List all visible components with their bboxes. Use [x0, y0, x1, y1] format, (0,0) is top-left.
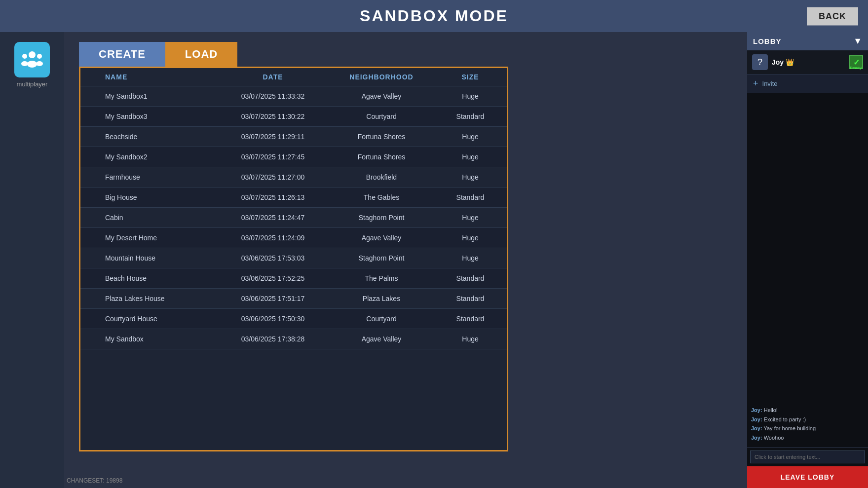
sidebar: multiplayer — [0, 32, 64, 488]
table-row[interactable]: Farmhouse 03/07/2025 11:27:00 Brookfield… — [80, 167, 507, 188]
cell-name: Farmhouse — [90, 173, 219, 181]
cell-neighborhood: Staghorn Point — [327, 214, 436, 222]
ready-badge-wrap: ✓ Ready! — [849, 55, 863, 69]
cell-name: Mountain House — [90, 254, 219, 262]
cell-name: Courtyard House — [90, 315, 219, 323]
player-entry: ? Joy 👑 ✓ Ready! — [747, 50, 868, 75]
tab-load[interactable]: LOAD — [165, 42, 237, 67]
cell-size: Huge — [436, 92, 505, 100]
table-row[interactable]: Big House 03/07/2025 11:26:13 The Gables… — [80, 188, 507, 208]
cell-name: My Desert Home — [90, 234, 219, 242]
col-header-name: NAME — [90, 73, 219, 81]
chat-input[interactable] — [750, 450, 865, 463]
cell-size: Standard — [436, 274, 505, 282]
svg-point-4 — [37, 54, 42, 59]
cell-date: 03/07/2025 11:26:13 — [219, 193, 327, 201]
ready-label: Ready! — [849, 66, 863, 70]
lobby-header: LOBBY ▼ — [747, 32, 868, 50]
svg-point-0 — [29, 51, 36, 58]
cell-date: 03/07/2025 11:29:11 — [219, 133, 327, 141]
cell-neighborhood: Plaza Lakes — [327, 295, 436, 302]
col-header-scroll — [505, 73, 508, 81]
cell-neighborhood: Brookfield — [327, 173, 436, 181]
leave-lobby-button[interactable]: LEAVE LOBBY — [747, 466, 868, 488]
tab-create[interactable]: CREATE — [79, 42, 165, 67]
cell-date: 03/07/2025 11:30:22 — [219, 113, 327, 120]
cell-size: Huge — [436, 153, 505, 161]
crown-icon: 👑 — [786, 58, 794, 66]
cell-name: My Sandbox2 — [90, 153, 219, 161]
cell-date: 03/06/2025 17:52:25 — [219, 274, 327, 282]
cell-size: Standard — [436, 193, 505, 201]
cell-size: Huge — [436, 234, 505, 242]
table-row[interactable]: My Desert Home 03/07/2025 11:24:09 Agave… — [80, 228, 507, 248]
cell-date: 03/07/2025 11:27:45 — [219, 153, 327, 161]
col-header-neighborhood: NEIGHBORHOOD — [327, 73, 436, 81]
col-header-size: SIZE — [436, 73, 505, 81]
cell-size: Standard — [436, 315, 505, 323]
cell-date: 03/07/2025 11:33:32 — [219, 92, 327, 100]
table-row[interactable]: Beach House 03/06/2025 17:52:25 The Palm… — [80, 268, 507, 289]
cell-neighborhood: Fortuna Shores — [327, 153, 436, 161]
svg-point-5 — [36, 61, 43, 66]
cell-date: 03/07/2025 11:27:00 — [219, 173, 327, 181]
lobby-panel: LOBBY ▼ ? Joy 👑 ✓ Ready! + Invite Joy: H… — [747, 32, 868, 488]
cell-date: 03/06/2025 17:53:03 — [219, 254, 327, 262]
cell-size: Huge — [436, 214, 505, 222]
chat-message: Joy: Woohoo — [751, 434, 864, 442]
cell-name: Plaza Lakes House — [90, 295, 219, 302]
cell-name: My Sandbox — [90, 335, 219, 343]
multiplayer-icon[interactable] — [14, 42, 50, 77]
chat-message: Joy: Hello! — [751, 407, 864, 414]
cell-size: Standard — [436, 295, 505, 302]
main-content: CREATE LOAD NAME DATE NEIGHBORHOOD SIZE … — [64, 32, 646, 488]
lobby-title: LOBBY — [753, 37, 782, 45]
cell-size: Huge — [436, 133, 505, 141]
cell-neighborhood: Agave Valley — [327, 234, 436, 242]
table-header: NAME DATE NEIGHBORHOOD SIZE — [80, 68, 507, 86]
cell-neighborhood: Agave Valley — [327, 335, 436, 343]
table-row[interactable]: My Sandbox2 03/07/2025 11:27:45 Fortuna … — [80, 147, 507, 167]
table-row[interactable]: Cabin 03/07/2025 11:24:47 Staghorn Point… — [80, 208, 507, 228]
cell-date: 03/06/2025 17:51:17 — [219, 295, 327, 302]
player-info: Joy 👑 — [772, 58, 849, 66]
chevron-down-icon[interactable]: ▼ — [853, 36, 862, 46]
page-title: SANDBOX MODE — [360, 7, 508, 25]
table-row[interactable]: My Sandbox3 03/07/2025 11:30:22 Courtyar… — [80, 107, 507, 127]
sidebar-multiplayer-label: multiplayer — [17, 80, 48, 88]
player-name: Joy — [772, 58, 784, 66]
cell-name: Beach House — [90, 274, 219, 282]
cell-date: 03/07/2025 11:24:47 — [219, 214, 327, 222]
back-button[interactable]: BACK — [807, 7, 858, 25]
table-row[interactable]: Beachside 03/07/2025 11:29:11 Fortuna Sh… — [80, 127, 507, 147]
table-row[interactable]: My Sandbox 03/06/2025 17:38:28 Agave Val… — [80, 329, 507, 349]
changeset: CHANGESET: 19898 — [67, 477, 122, 484]
table-body[interactable]: My Sandbox1 03/07/2025 11:33:32 Agave Va… — [80, 86, 507, 446]
svg-point-1 — [27, 61, 37, 68]
avatar: ? — [752, 54, 768, 70]
cell-neighborhood: The Palms — [327, 274, 436, 282]
cell-size: Standard — [436, 113, 505, 120]
cell-neighborhood: Fortuna Shores — [327, 133, 436, 141]
table-row[interactable]: Courtyard House 03/06/2025 17:50:30 Cour… — [80, 309, 507, 329]
col-header-date: DATE — [219, 73, 327, 81]
cell-date: 03/06/2025 17:38:28 — [219, 335, 327, 343]
svg-point-3 — [21, 61, 28, 66]
tabs: CREATE LOAD — [79, 42, 632, 67]
table-row[interactable]: My Sandbox1 03/07/2025 11:33:32 Agave Va… — [80, 86, 507, 107]
invite-row[interactable]: + Invite — [747, 75, 868, 93]
table-row[interactable]: Plaza Lakes House 03/06/2025 17:51:17 Pl… — [80, 289, 507, 309]
table-row[interactable]: Mountain House 03/06/2025 17:53:03 Stagh… — [80, 248, 507, 268]
plus-icon: + — [753, 78, 758, 89]
cell-neighborhood: Courtyard — [327, 315, 436, 323]
cell-size: Huge — [436, 254, 505, 262]
cell-date: 03/07/2025 11:24:09 — [219, 234, 327, 242]
cell-size: Huge — [436, 335, 505, 343]
cell-neighborhood: Courtyard — [327, 113, 436, 120]
invite-label: Invite — [762, 80, 778, 87]
cell-name: Cabin — [90, 214, 219, 222]
cell-size: Huge — [436, 173, 505, 181]
header: SANDBOX MODE BACK — [0, 0, 868, 32]
cell-name: My Sandbox3 — [90, 113, 219, 120]
cell-date: 03/06/2025 17:50:30 — [219, 315, 327, 323]
